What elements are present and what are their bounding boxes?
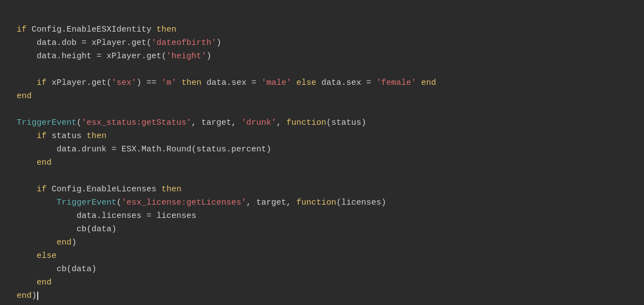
line-5: if xPlayer.get('sex') == 'm' then data.s…	[17, 78, 436, 88]
line-10: data.drunk = ESX.Math.Round(status.perce…	[17, 145, 271, 154]
line-14: TriggerEvent('esx_license:getLicenses', …	[17, 198, 386, 207]
line-2: data.dob = xPlayer.get('dateofbirth')	[17, 38, 221, 48]
line-18: else	[17, 251, 57, 261]
code-editor: if Config.EnableESXIdentity then data.do…	[17, 10, 627, 303]
line-13: if Config.EnableLicenses then	[17, 185, 181, 194]
line-3: data.height = xPlayer.get('height')	[17, 52, 211, 61]
line-15: data.licenses = licenses	[17, 211, 196, 221]
line-20: end	[17, 278, 52, 287]
line-17: end)	[17, 238, 77, 247]
line-9: if status then	[17, 131, 107, 141]
line-19: cb(data)	[17, 265, 97, 274]
line-16: cb(data)	[17, 225, 116, 234]
line-6: end	[17, 92, 32, 101]
line-11: end	[17, 158, 52, 167]
line-1: if Config.EnableESXIdentity then	[17, 25, 176, 34]
line-8: TriggerEvent('esx_status:getStatus', tar…	[17, 118, 366, 128]
line-21: end)	[17, 291, 38, 301]
